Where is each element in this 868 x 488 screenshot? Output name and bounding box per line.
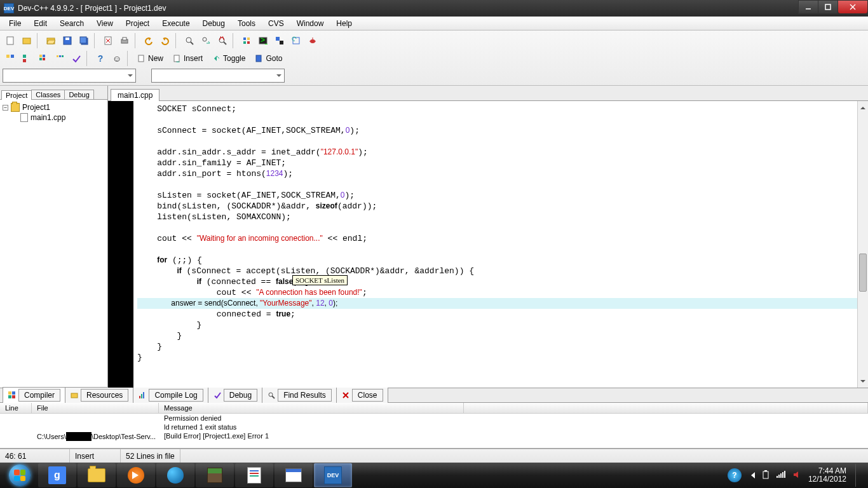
- svg-rect-46: [139, 55, 144, 62]
- maximize-button[interactable]: [818, 0, 838, 14]
- svg-rect-28: [276, 37, 280, 41]
- tray-battery-icon[interactable]: [761, 470, 770, 481]
- tile1-icon[interactable]: [3, 51, 18, 66]
- menu-tools[interactable]: Tools: [231, 18, 262, 29]
- svg-rect-65: [780, 473, 782, 478]
- sidebar-tab-debug[interactable]: Debug: [64, 90, 93, 99]
- taskbar-google[interactable]: g: [38, 463, 76, 487]
- about-icon[interactable]: ☺: [109, 51, 125, 66]
- svg-rect-51: [8, 395, 11, 398]
- tray-show-desktop[interactable]: [855, 464, 862, 487]
- menubar: File Edit Search View Project Execute De…: [0, 17, 868, 30]
- taskbar-app-doc[interactable]: [235, 463, 273, 487]
- svg-rect-4: [7, 37, 13, 44]
- taskbar-app-cube[interactable]: [196, 463, 234, 487]
- rebuild-icon[interactable]: [288, 33, 304, 48]
- class-dropdown[interactable]: [3, 69, 136, 83]
- tray-volume-icon[interactable]: [793, 470, 802, 481]
- col-file[interactable]: File: [32, 403, 159, 413]
- menu-execute[interactable]: Execute: [156, 18, 196, 29]
- menu-project[interactable]: Project: [119, 18, 156, 29]
- col-message[interactable]: Message: [159, 403, 464, 413]
- statusbar: 46: 61 Insert 52 Lines in file: [0, 449, 868, 463]
- vertical-scrollbar[interactable]: [857, 101, 868, 388]
- menu-debug[interactable]: Debug: [196, 18, 231, 29]
- svg-rect-38: [23, 59, 26, 62]
- tab-resources[interactable]: Resources: [65, 387, 133, 403]
- code-editor[interactable]: SOCKET sConnect; sConnect = socket(AF_IN…: [108, 101, 868, 388]
- menu-window[interactable]: Window: [290, 18, 330, 29]
- tree-file[interactable]: main1.cpp: [3, 112, 105, 123]
- member-dropdown[interactable]: [151, 69, 285, 83]
- print-icon[interactable]: [117, 33, 132, 48]
- svg-rect-64: [778, 475, 780, 478]
- close-button[interactable]: [837, 0, 868, 14]
- window-title: Dev-C++ 4.9.9.2 - [ Project1 ] - Project…: [18, 4, 799, 13]
- toggle-button[interactable]: Toggle: [208, 51, 250, 66]
- taskbar-media-player[interactable]: [117, 463, 155, 487]
- compile-icon[interactable]: [239, 33, 254, 48]
- find-icon[interactable]: [182, 33, 197, 48]
- start-button[interactable]: [3, 463, 37, 488]
- close-file-icon[interactable]: [100, 33, 116, 48]
- taskbar-app-window[interactable]: [275, 463, 313, 487]
- tray-wifi-icon[interactable]: [776, 471, 787, 480]
- compiler-row[interactable]: C:\Users\XXXXX\Desktop\Test-Serv...[Buil…: [0, 431, 868, 442]
- minimize-button[interactable]: [798, 0, 818, 14]
- svg-line-17: [191, 42, 193, 44]
- col-extra[interactable]: [464, 403, 868, 413]
- tray-clock[interactable]: 7:44 AM 12/14/2012: [808, 467, 846, 484]
- tab-find-results[interactable]: Find Results: [262, 387, 337, 403]
- menu-help[interactable]: Help: [330, 18, 358, 29]
- goto-button[interactable]: Goto: [251, 51, 287, 66]
- tile2-icon[interactable]: [19, 51, 34, 66]
- svg-rect-8: [65, 37, 69, 40]
- taskbar-devcpp[interactable]: DEV: [314, 463, 352, 487]
- tile3-icon[interactable]: [36, 51, 51, 66]
- tab-debug[interactable]: Debug: [208, 387, 262, 403]
- menu-edit[interactable]: Edit: [27, 18, 53, 29]
- svg-rect-35: [6, 55, 10, 58]
- tile4-icon[interactable]: [52, 51, 67, 66]
- svg-rect-25: [247, 41, 250, 44]
- undo-icon[interactable]: [141, 33, 156, 48]
- run-icon[interactable]: >_: [255, 33, 271, 48]
- svg-rect-44: [59, 55, 61, 57]
- compile-run-icon[interactable]: [272, 33, 287, 48]
- new-source-icon[interactable]: [3, 33, 18, 48]
- taskbar-app-blue[interactable]: [156, 463, 194, 487]
- tray-show-hidden-icon[interactable]: [748, 472, 755, 478]
- replace-icon[interactable]: [198, 33, 214, 48]
- scrollbar-thumb[interactable]: [859, 254, 867, 292]
- svg-line-20: [224, 42, 226, 44]
- save-icon[interactable]: [60, 33, 75, 48]
- new-project-icon[interactable]: [19, 33, 34, 48]
- menu-search[interactable]: Search: [53, 18, 90, 29]
- tree-project[interactable]: − Project1: [3, 102, 105, 112]
- menu-cvs[interactable]: CVS: [262, 18, 290, 29]
- col-line[interactable]: Line: [0, 403, 32, 413]
- open-icon[interactable]: [43, 33, 58, 48]
- tab-compiler[interactable]: Compiler: [3, 387, 65, 403]
- checkmark-icon[interactable]: [69, 51, 84, 66]
- menu-view[interactable]: View: [90, 18, 119, 29]
- code-tooltip: SOCKET sListen: [292, 275, 348, 285]
- new-button[interactable]: New: [133, 51, 168, 66]
- tab-close[interactable]: Close: [336, 387, 388, 403]
- sidebar-tab-project[interactable]: Project: [1, 90, 32, 100]
- compiler-row[interactable]: ld returned 1 exit status: [0, 423, 868, 431]
- compiler-row[interactable]: Permission denied: [0, 414, 868, 423]
- help-icon[interactable]: ?: [93, 51, 108, 66]
- status-mode: Insert: [70, 449, 121, 463]
- editor-tab[interactable]: main1.cpp: [111, 89, 159, 101]
- tray-help-icon[interactable]: ?: [728, 468, 742, 482]
- taskbar-explorer[interactable]: [78, 463, 116, 487]
- tab-compile-log[interactable]: Compile Log: [133, 387, 208, 403]
- insert-button[interactable]: Insert: [169, 51, 207, 66]
- menu-file[interactable]: File: [3, 18, 27, 29]
- find-again-icon[interactable]: A: [215, 33, 230, 48]
- redo-icon[interactable]: [158, 33, 173, 48]
- debug-icon[interactable]: [305, 33, 320, 48]
- sidebar-tab-classes[interactable]: Classes: [31, 90, 65, 99]
- save-all-icon[interactable]: [76, 33, 92, 48]
